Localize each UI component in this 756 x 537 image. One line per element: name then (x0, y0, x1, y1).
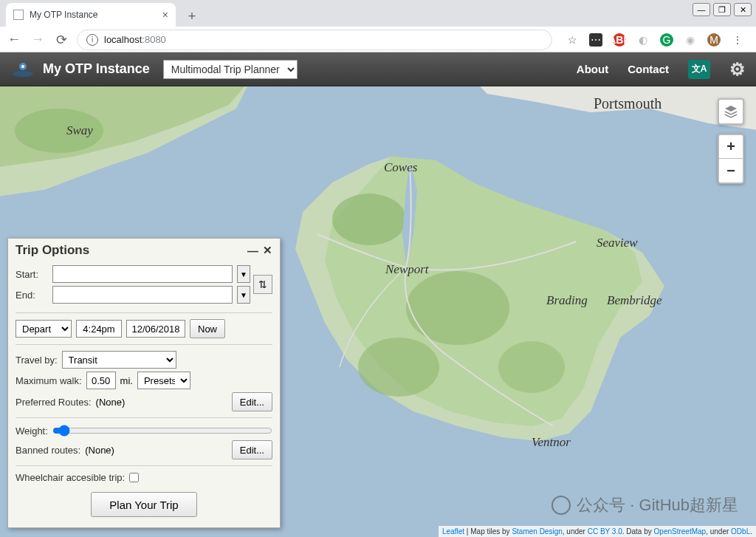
stamen-link[interactable]: Stamen Design (512, 527, 562, 536)
preferred-routes-label: Preferred Routes: (16, 397, 92, 408)
nav-about[interactable]: About (577, 63, 608, 75)
map-label-seaview: Seaview (597, 236, 638, 250)
travel-by-select[interactable]: Transit (62, 351, 176, 369)
start-input[interactable] (52, 265, 233, 283)
map-label-newport: Newport (385, 262, 429, 277)
map-label-cowes: Cowes (384, 160, 417, 175)
mode-select[interactable]: Multimodal Trip Planner (163, 60, 298, 79)
cc-link[interactable]: CC BY 3.0 (588, 527, 622, 536)
adblock-icon[interactable]: ABP (613, 33, 626, 47)
extension-icon[interactable]: ⋯ (589, 33, 602, 47)
banned-routes-label: Banned routes: (16, 445, 80, 456)
max-walk-unit: mi. (120, 375, 133, 386)
preferred-routes-value: (None) (96, 397, 126, 408)
browser-menu-icon[interactable]: ⋮ (731, 33, 744, 47)
svg-point-6 (358, 338, 439, 397)
wheelchair-label: Wheelchair accesible trip: (16, 472, 125, 483)
browser-chrome: My OTP Instance × + — ❐ ✕ ← → ⟳ i localh… (0, 0, 756, 52)
window-controls: — ❐ ✕ (693, 3, 752, 16)
max-walk-label: Maximum walk: (16, 375, 82, 386)
forward-button[interactable]: → (30, 32, 46, 48)
start-dropdown-icon[interactable]: ▼ (237, 265, 250, 283)
maximize-button[interactable]: ❐ (713, 3, 731, 16)
leaflet-link[interactable]: Leaflet (442, 527, 464, 536)
trip-options-panel: Trip Options — ✕ Start: ▼ End: ▼ ⇅ Depar… (7, 238, 281, 528)
now-button[interactable]: Now (190, 319, 225, 338)
zoom-control: + − (718, 134, 744, 184)
map-label-sway: Sway (66, 123, 93, 138)
favicon (13, 10, 24, 20)
tab-bar: My OTP Instance × + — ❐ ✕ (0, 0, 756, 27)
start-label: Start: (16, 269, 48, 280)
reload-button[interactable]: ⟳ (53, 32, 69, 48)
map-label-bembridge: Bembridge (607, 293, 662, 308)
swap-button[interactable]: ⇅ (253, 275, 272, 294)
app-title: My OTP Instance (43, 61, 150, 77)
profile-avatar[interactable]: M (707, 33, 721, 47)
date-input[interactable] (126, 320, 185, 338)
end-dropdown-icon[interactable]: ▼ (237, 286, 250, 304)
extension-icon[interactable]: ◉ (684, 33, 697, 47)
svg-point-0 (13, 71, 33, 77)
grammarly-icon[interactable]: G (660, 33, 673, 47)
url-host: localhost (104, 34, 142, 45)
extension-icon[interactable]: ◐ (636, 33, 650, 47)
svg-point-2 (21, 65, 24, 68)
layers-icon (724, 104, 738, 119)
browser-tab[interactable]: My OTP Instance × (6, 3, 176, 27)
zoom-out-button[interactable]: − (719, 159, 743, 182)
tab-close-icon[interactable]: × (162, 9, 168, 21)
wechat-icon (551, 496, 571, 515)
bookmark-icon[interactable]: ☆ (566, 33, 579, 47)
app-logo-icon (10, 61, 35, 78)
nav-contact[interactable]: Contact (628, 63, 669, 75)
panel-minimize-icon[interactable]: — (247, 244, 258, 257)
svg-point-4 (332, 194, 406, 245)
odbl-link[interactable]: ODbL (731, 527, 750, 536)
map-label-brading: Brading (546, 293, 588, 308)
close-window-button[interactable]: ✕ (734, 3, 752, 16)
app-header: My OTP Instance Multimodal Trip Planner … (0, 52, 756, 86)
url-port: :8080 (142, 34, 166, 45)
map-attribution: Leaflet | Map tiles by Stamen Design, un… (439, 526, 756, 537)
banned-routes-value: (None) (85, 445, 114, 456)
svg-point-5 (406, 271, 509, 345)
edit-preferred-button[interactable]: Edit... (232, 392, 272, 411)
gear-icon[interactable]: ⚙ (729, 59, 746, 80)
back-button[interactable]: ← (6, 32, 22, 48)
wheelchair-checkbox[interactable] (129, 473, 139, 482)
weight-slider[interactable] (52, 424, 272, 437)
edit-banned-button[interactable]: Edit... (232, 440, 272, 459)
zoom-in-button[interactable]: + (719, 135, 743, 159)
end-label: End: (16, 290, 48, 301)
depart-arrive-select[interactable]: Depart (16, 320, 72, 338)
site-info-icon[interactable]: i (86, 34, 98, 46)
presets-select[interactable]: Presets: (137, 372, 190, 389)
panel-close-icon[interactable]: ✕ (263, 244, 272, 257)
travel-by-label: Travel by: (16, 355, 58, 366)
plan-trip-button[interactable]: Plan Your Trip (91, 492, 196, 517)
end-input[interactable] (52, 286, 233, 304)
layers-button[interactable] (718, 98, 744, 125)
extension-icons: ☆ ⋯ ABP ◐ G ◉ M ⋮ (560, 33, 750, 47)
map-label-ventnor: Ventnor (532, 435, 571, 450)
address-bar: ← → ⟳ i localhost:8080 ☆ ⋯ ABP ◐ G ◉ M ⋮ (0, 27, 756, 52)
osm-link[interactable]: OpenStreetMap (654, 527, 707, 536)
map-label-portsmouth: Portsmouth (594, 95, 662, 112)
language-icon[interactable]: 文A (688, 60, 710, 79)
time-input[interactable] (76, 320, 122, 338)
watermark: 公众号 · GitHub超新星 (551, 494, 738, 516)
weight-label: Weight: (16, 425, 48, 437)
minimize-button[interactable]: — (693, 3, 710, 16)
new-tab-button[interactable]: + (182, 6, 202, 27)
panel-title: Trip Options (16, 243, 89, 258)
tab-title: My OTP Instance (30, 10, 97, 20)
max-walk-input[interactable] (86, 372, 116, 389)
url-input[interactable]: i localhost:8080 (77, 30, 552, 50)
svg-point-7 (498, 341, 565, 393)
